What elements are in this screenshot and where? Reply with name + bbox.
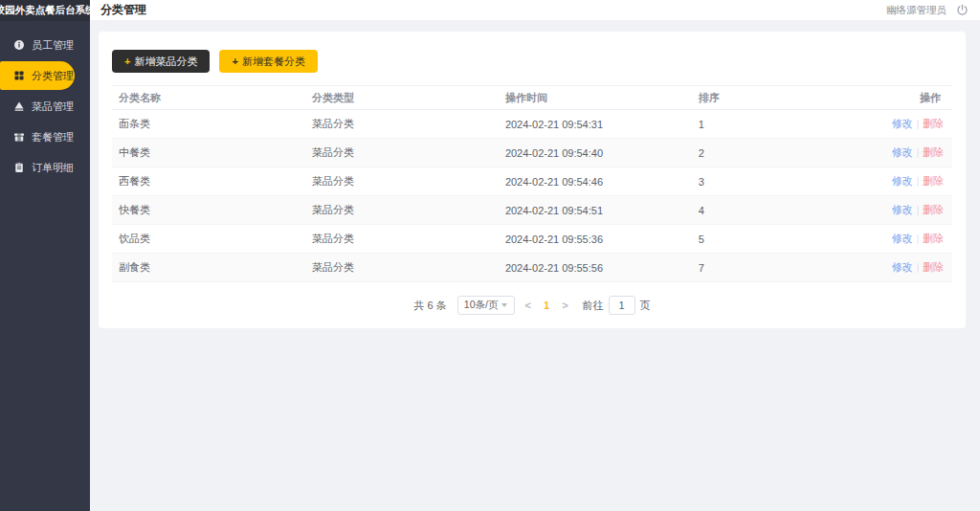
table-row: 西餐类 菜品分类 2024-02-21 09:54:46 3 修改|删除 (112, 167, 952, 196)
cell-sort-order: 3 (692, 167, 885, 196)
sidebar-nav: 员工管理 分类管理 菜品管理 套餐管理 订单明细 (0, 21, 90, 184)
table-row: 快餐类 菜品分类 2024-02-21 09:54:51 4 修改|删除 (112, 196, 952, 225)
grid-icon (13, 70, 25, 81)
sidebar-item-label: 套餐管理 (32, 130, 74, 144)
table-body: 面条类 菜品分类 2024-02-21 09:54:31 1 修改|删除 中餐类… (112, 110, 952, 282)
cell-actions: 修改|删除 (885, 225, 952, 254)
page-size-select[interactable]: 10条/页 (457, 296, 515, 315)
content-area: + 新增菜品分类 + 新增套餐分类 分类名称 分类类型 操作时间 (90, 21, 980, 511)
page-suffix-label: 页 (640, 299, 651, 313)
cell-category-name: 面条类 (112, 110, 305, 139)
plus-icon: + (232, 56, 237, 67)
page-size-value: 10条/页 (464, 299, 499, 312)
edit-link[interactable]: 修改 (892, 261, 913, 273)
delete-link[interactable]: 删除 (923, 261, 944, 273)
cell-category-type: 菜品分类 (305, 110, 499, 139)
cell-category-name: 副食类 (112, 254, 305, 282)
goto-page-input[interactable] (609, 296, 635, 315)
link-separator: | (917, 147, 920, 158)
total-count: 共 6 条 (413, 299, 446, 313)
cell-operation-time: 2024-02-21 09:55:56 (499, 254, 692, 282)
sidebar-item-combos[interactable]: 套餐管理 (0, 122, 90, 151)
cell-category-type: 菜品分类 (305, 167, 499, 196)
edit-link[interactable]: 修改 (892, 175, 913, 187)
cell-operation-time: 2024-02-21 09:54:51 (499, 196, 692, 225)
cell-operation-time: 2024-02-21 09:54:31 (499, 110, 692, 139)
category-table: 分类名称 分类类型 操作时间 排序 操作 面条类 菜品分类 2024-02-21… (112, 85, 952, 282)
column-header-actions: 操作 (885, 86, 952, 110)
delete-link[interactable]: 删除 (923, 118, 944, 129)
table-row: 副食类 菜品分类 2024-02-21 09:55:56 7 修改|删除 (112, 254, 952, 282)
sidebar-item-categories[interactable]: 分类管理 (0, 61, 75, 90)
link-separator: | (917, 233, 920, 244)
link-separator: | (917, 262, 920, 273)
table-row: 饮品类 菜品分类 2024-02-21 09:55:36 5 修改|删除 (112, 225, 952, 254)
cell-category-type: 菜品分类 (305, 225, 499, 254)
delete-link[interactable]: 删除 (923, 204, 944, 215)
cell-category-type: 菜品分类 (305, 196, 499, 225)
cell-actions: 修改|删除 (885, 254, 952, 282)
delete-link[interactable]: 删除 (923, 146, 944, 158)
cell-category-type: 菜品分类 (305, 139, 499, 167)
link-separator: | (917, 176, 920, 187)
page-title: 分类管理 (100, 2, 146, 18)
edit-link[interactable]: 修改 (892, 233, 913, 244)
cell-actions: 修改|删除 (885, 139, 952, 167)
cell-operation-time: 2024-02-21 09:55:36 (499, 225, 692, 254)
goto-label: 前往 (583, 299, 604, 313)
cell-sort-order: 1 (692, 110, 885, 139)
sidebar-item-label: 菜品管理 (32, 100, 74, 114)
table-header-row: 分类名称 分类类型 操作时间 排序 操作 (112, 86, 952, 110)
sidebar-item-dishes[interactable]: 菜品管理 (0, 92, 90, 121)
delete-link[interactable]: 删除 (923, 233, 944, 244)
column-header-name: 分类名称 (112, 86, 305, 110)
power-logout-icon[interactable] (956, 4, 969, 16)
cell-actions: 修改|删除 (885, 196, 952, 225)
link-separator: | (917, 119, 920, 129)
pagination: 共 6 条 10条/页 < 1 > 前往 页 (112, 296, 952, 315)
cell-category-type: 菜品分类 (305, 254, 499, 282)
cell-category-name: 中餐类 (112, 139, 305, 167)
chevron-down-icon (501, 303, 507, 307)
plus-icon: + (124, 56, 130, 67)
add-dish-category-button[interactable]: + 新增菜品分类 (112, 50, 210, 73)
info-circle-icon (13, 39, 25, 51)
table-row: 面条类 菜品分类 2024-02-21 09:54:31 1 修改|删除 (112, 110, 952, 139)
link-separator: | (917, 205, 920, 215)
next-page-button[interactable]: > (560, 300, 569, 311)
sidebar-item-label: 员工管理 (32, 38, 74, 53)
cell-sort-order: 5 (692, 225, 885, 254)
cell-category-name: 饮品类 (112, 225, 305, 254)
delete-link[interactable]: 删除 (923, 175, 944, 187)
column-header-sort: 排序 (692, 86, 885, 110)
toolbar: + 新增菜品分类 + 新增套餐分类 (112, 50, 952, 73)
cell-operation-time: 2024-02-21 09:54:46 (499, 167, 692, 196)
sidebar-item-label: 分类管理 (32, 69, 74, 83)
cell-operation-time: 2024-02-21 09:54:40 (499, 139, 692, 167)
edit-link[interactable]: 修改 (892, 118, 913, 129)
cell-sort-order: 4 (692, 196, 885, 225)
cell-sort-order: 2 (692, 139, 885, 167)
clipboard-icon (13, 162, 25, 173)
add-combo-category-button[interactable]: + 新增套餐分类 (219, 50, 317, 73)
column-header-time: 操作时间 (499, 86, 692, 110)
current-user-name: 幽络源管理员 (886, 4, 947, 17)
page-number-1[interactable]: 1 (542, 300, 551, 311)
edit-link[interactable]: 修改 (892, 204, 913, 215)
cell-actions: 修改|删除 (885, 110, 952, 139)
prev-page-button[interactable]: < (523, 300, 533, 311)
add-dish-category-label: 新增菜品分类 (134, 55, 197, 69)
main-area: 分类管理 幽络源管理员 + 新增菜品分类 + 新增套餐分类 (90, 0, 980, 511)
sidebar-item-employees[interactable]: 员工管理 (0, 31, 90, 59)
dish-cloche-icon (13, 100, 25, 112)
sidebar-item-orders[interactable]: 订单明细 (0, 153, 90, 182)
category-card: + 新增菜品分类 + 新增套餐分类 分类名称 分类类型 操作时间 (99, 32, 966, 328)
top-header: 分类管理 幽络源管理员 (90, 0, 980, 21)
column-header-type: 分类类型 (305, 86, 499, 110)
sidebar-item-label: 订单明细 (32, 161, 74, 175)
add-combo-category-label: 新增套餐分类 (242, 55, 305, 69)
cell-actions: 修改|删除 (885, 167, 952, 196)
table-row: 中餐类 菜品分类 2024-02-21 09:54:40 2 修改|删除 (112, 139, 952, 167)
edit-link[interactable]: 修改 (892, 146, 913, 158)
cell-category-name: 快餐类 (112, 196, 305, 225)
